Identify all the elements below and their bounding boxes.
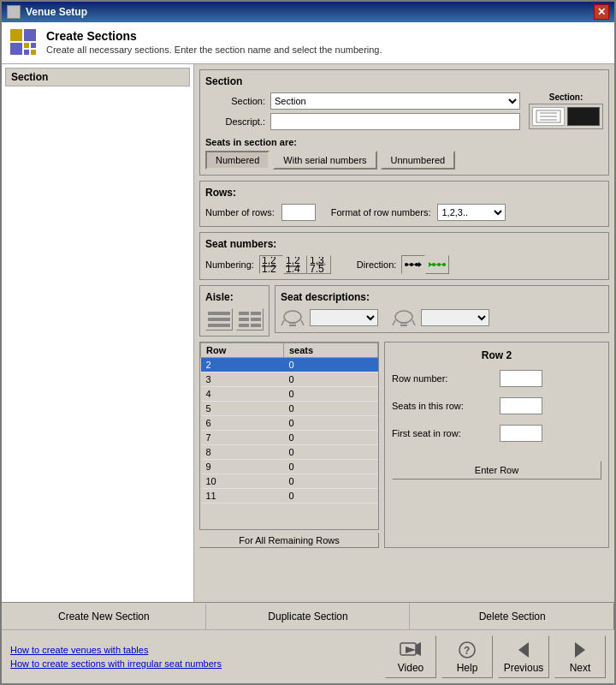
- rows-table[interactable]: Row seats 2030405060708090100110: [199, 342, 379, 530]
- rows-title: Rows:: [205, 187, 603, 199]
- aisle-desc-row: Aisle:: [199, 285, 609, 337]
- table-row[interactable]: 30: [201, 372, 378, 387]
- num-rows-input[interactable]: 10: [281, 204, 316, 221]
- direction-label: Direction:: [357, 259, 396, 270]
- svg-rect-34: [251, 312, 261, 315]
- footer-links: How to create venues with tables How to …: [10, 645, 378, 669]
- descript-input[interactable]: [270, 113, 520, 130]
- rows-data-table: Row seats 2030405060708090100110: [200, 342, 378, 503]
- table-row[interactable]: 90: [201, 460, 378, 474]
- next-button[interactable]: Next: [554, 635, 606, 678]
- svg-line-46: [412, 320, 415, 325]
- svg-text:1,2: 1,2: [262, 263, 276, 272]
- seat-desc-box: Seat descriptions:: [275, 285, 609, 333]
- svg-marker-55: [575, 642, 585, 658]
- seat-desc-icon-1: [281, 308, 305, 327]
- header-icon: [10, 29, 38, 57]
- table-area: Row seats 2030405060708090100110 For All…: [199, 342, 609, 548]
- preview-white[interactable]: [532, 107, 565, 126]
- svg-rect-37: [239, 324, 249, 327]
- direction-btn-1[interactable]: [401, 255, 425, 274]
- table-row[interactable]: 40: [201, 387, 378, 402]
- footer: How to create venues with tables How to …: [2, 629, 614, 683]
- next-icon: [568, 640, 592, 659]
- seat-desc-icon-2: [392, 308, 416, 327]
- direction-btn-2[interactable]: [425, 255, 449, 274]
- help-label: Help: [457, 662, 478, 674]
- first-seat-input[interactable]: 1: [500, 425, 542, 442]
- section-select[interactable]: Section: [270, 92, 520, 110]
- aisle-btn-1[interactable]: [205, 308, 233, 331]
- section-box-title: Section: [205, 75, 603, 87]
- col-row-header: Row: [201, 343, 284, 358]
- close-button[interactable]: ✕: [594, 4, 609, 20]
- seat-numbers-title: Seat numbers:: [205, 238, 603, 250]
- numbering-btn-1[interactable]: 1,2 1,2: [259, 255, 283, 274]
- header-panel: Create Sections Create all necessary sec…: [2, 22, 614, 64]
- svg-rect-2: [10, 43, 22, 55]
- table-row[interactable]: 100: [201, 474, 378, 489]
- table-row[interactable]: 80: [201, 445, 378, 460]
- duplicate-section-button[interactable]: Duplicate Section: [206, 603, 411, 629]
- bottom-buttons: Create New Section Duplicate Section Del…: [2, 602, 614, 629]
- aisle-title: Aisle:: [205, 291, 264, 303]
- svg-line-40: [281, 320, 284, 325]
- svg-point-44: [395, 311, 412, 323]
- svg-rect-0: [10, 29, 22, 41]
- previous-button[interactable]: Previous: [498, 635, 549, 678]
- svg-line-41: [301, 320, 304, 325]
- video-icon: [399, 640, 423, 659]
- footer-nav: Video ? Help Previous Next: [385, 635, 606, 678]
- video-button[interactable]: Video: [385, 635, 436, 678]
- svg-rect-35: [239, 318, 249, 321]
- remaining-btn[interactable]: For All Remaining Rows: [199, 533, 379, 548]
- seats-in-row-label: Seats in this row:: [392, 401, 495, 411]
- section-row: Section: Section: [205, 92, 520, 110]
- svg-text:1,4: 1,4: [286, 263, 300, 272]
- preview-black[interactable]: [567, 107, 600, 126]
- prev-icon: [512, 640, 536, 659]
- row-num-row: Row number: 2: [392, 370, 601, 387]
- table-row[interactable]: 70: [201, 431, 378, 445]
- numbering-btn-3[interactable]: 1,3 ✏ 7,5: [307, 255, 331, 274]
- first-seat-label: First seat in row:: [392, 428, 495, 438]
- seat-desc-select-2[interactable]: [421, 309, 489, 326]
- col-seats-header: seats: [283, 343, 377, 358]
- window-icon: [7, 5, 21, 19]
- enter-row-button[interactable]: Enter Row: [392, 461, 601, 480]
- help-button[interactable]: ? Help: [441, 635, 493, 678]
- row-num-input[interactable]: 2: [500, 370, 542, 387]
- svg-marker-51: [416, 642, 421, 656]
- aisle-btn-2[interactable]: [236, 308, 264, 331]
- link-tables[interactable]: How to create venues with tables: [10, 645, 378, 655]
- seat-desc-select-1[interactable]: [310, 309, 378, 326]
- numbering-btn-2[interactable]: 1,2 1,4: [283, 255, 307, 274]
- next-label: Next: [570, 662, 591, 674]
- table-row[interactable]: 110: [201, 489, 378, 503]
- format-label: Format of row numbers:: [331, 207, 431, 217]
- left-panel: Section: [2, 64, 194, 602]
- numbered-button[interactable]: Numbered: [205, 151, 270, 170]
- link-irregular[interactable]: How to create sections with irregular se…: [10, 658, 378, 669]
- table-row[interactable]: 20: [201, 358, 378, 372]
- seats-label: Seats in section are:: [205, 137, 603, 147]
- delete-section-button[interactable]: Delete Section: [410, 603, 614, 629]
- num-rows-label: Number of rows:: [205, 207, 275, 217]
- table-row[interactable]: 50: [201, 402, 378, 416]
- descript-label: Descript.:: [205, 116, 265, 127]
- descript-row: Descript.:: [205, 113, 520, 130]
- unnumbered-button[interactable]: Unnumbered: [381, 151, 456, 170]
- remaining-btn-area: For All Remaining Rows: [199, 533, 379, 548]
- create-section-button[interactable]: Create New Section: [2, 603, 206, 629]
- aisle-box: Aisle:: [199, 285, 270, 337]
- svg-marker-50: [406, 646, 416, 653]
- seat-desc-title: Seat descriptions:: [281, 291, 603, 303]
- title-bar: Venue Setup ✕: [2, 2, 614, 22]
- table-row[interactable]: 60: [201, 416, 378, 431]
- format-select[interactable]: 1,2,3.. A,B,C.. I,II,III..: [437, 204, 506, 221]
- seats-in-row-input[interactable]: 0: [500, 397, 542, 414]
- svg-text:?: ?: [464, 645, 470, 657]
- left-panel-title: Section: [5, 68, 190, 86]
- serial-button[interactable]: With serial numbers: [273, 151, 376, 170]
- seats-in-row: Seats in this row: 0: [392, 397, 601, 414]
